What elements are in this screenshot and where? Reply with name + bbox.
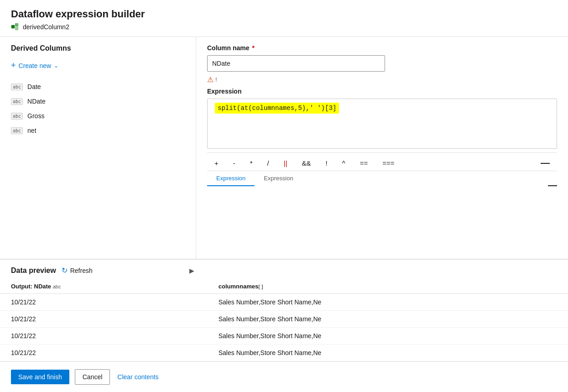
refresh-label: Refresh bbox=[70, 267, 93, 274]
operator-plus[interactable]: + bbox=[207, 157, 226, 169]
refresh-icon: ↻ bbox=[62, 266, 68, 275]
operator-caret[interactable]: ^ bbox=[335, 157, 353, 169]
table-row: 10/21/22 Sales Number,Store Short Name,N… bbox=[0, 328, 568, 345]
operator-multiply[interactable]: * bbox=[243, 157, 260, 169]
svg-rect-2 bbox=[15, 27, 18, 30]
column-name-input[interactable] bbox=[207, 55, 385, 72]
table-header-colnames: columnnames[ ] bbox=[208, 279, 568, 294]
type-badge: abc bbox=[11, 98, 23, 105]
operator-not[interactable]: ! bbox=[318, 157, 335, 169]
table-cell-colnames: Sales Number,Store Short Name,Ne bbox=[208, 311, 568, 328]
expression-editor[interactable]: split(at(columnnames,5),' ')[3] bbox=[207, 99, 557, 149]
type-badge: abc bbox=[11, 84, 23, 90]
tab-expression2[interactable]: Expression bbox=[255, 171, 302, 186]
clear-contents-button[interactable]: Clear contents bbox=[115, 370, 160, 384]
subtitle-text: derivedColumn2 bbox=[23, 23, 69, 31]
required-indicator: * bbox=[250, 44, 255, 52]
type-badge: abc bbox=[11, 127, 23, 134]
node-icon bbox=[11, 23, 19, 31]
refresh-button[interactable]: ↻ Refresh bbox=[62, 266, 93, 275]
operator-strict-eq[interactable]: === bbox=[375, 157, 401, 169]
sidebar-title: Derived Columns bbox=[0, 44, 196, 58]
create-new-label: Create new bbox=[19, 62, 52, 69]
table-cell-colnames: Sales Number,Store Short Name,Ne bbox=[208, 328, 568, 345]
plus-icon: + bbox=[11, 61, 16, 70]
column-name-label: NDate bbox=[27, 98, 46, 105]
table-cell-colnames: Sales Number,Store Short Name,Ne bbox=[208, 345, 568, 361]
list-item[interactable]: abc NDate bbox=[0, 94, 196, 109]
operator-pipe[interactable]: || bbox=[276, 157, 295, 169]
warning-text: ! bbox=[215, 76, 217, 83]
svg-rect-1 bbox=[15, 23, 18, 26]
table-row: 10/21/22 Sales Number,Store Short Name,N… bbox=[0, 294, 568, 311]
list-item[interactable]: abc Gross bbox=[0, 109, 196, 123]
data-preview-title: Data preview bbox=[11, 267, 56, 275]
list-item[interactable]: abc net bbox=[0, 123, 196, 138]
table-cell-ndate: 10/21/22 bbox=[0, 328, 208, 345]
operator-eq[interactable]: == bbox=[353, 157, 375, 169]
underline-decoration bbox=[541, 163, 550, 164]
save-and-finish-button[interactable]: Save and finish bbox=[11, 370, 69, 384]
column-name-label: Date bbox=[27, 83, 41, 90]
table-row: 10/21/22 Sales Number,Store Short Name,N… bbox=[0, 311, 568, 328]
data-table: Output: NDate abc columnnames[ ] 10/21/2… bbox=[0, 279, 568, 361]
table-cell-ndate: 10/21/22 bbox=[0, 345, 208, 361]
chevron-down-icon: ⌄ bbox=[54, 63, 58, 69]
create-new-button[interactable]: + Create new ⌄ bbox=[0, 58, 196, 78]
operator-minus[interactable]: - bbox=[226, 157, 243, 169]
table-cell-ndate: 10/21/22 bbox=[0, 311, 208, 328]
table-row: 10/21/22 Sales Number,Store Short Name,N… bbox=[0, 345, 568, 361]
table-cell-colnames: Sales Number,Store Short Name,Ne bbox=[208, 294, 568, 311]
column-name-label: net bbox=[27, 127, 36, 134]
column-list: abc Date abc NDate abc Gross abc net bbox=[0, 78, 196, 140]
data-preview-header: Data preview ↻ Refresh ▶ bbox=[0, 260, 568, 279]
svg-rect-0 bbox=[11, 25, 15, 28]
operator-toolbar: + - * / || && ! ^ == === bbox=[207, 152, 557, 169]
operator-and[interactable]: && bbox=[295, 157, 318, 169]
table-header-ndate: Output: NDate abc bbox=[0, 279, 208, 294]
data-table-container: Output: NDate abc columnnames[ ] 10/21/2… bbox=[0, 279, 568, 361]
function-tabs: Expression Expression bbox=[207, 171, 557, 186]
footer: Save and finish Cancel Clear contents bbox=[0, 361, 568, 392]
expression-label: Expression bbox=[207, 88, 557, 95]
list-item[interactable]: abc Date bbox=[0, 79, 196, 94]
expression-code: split(at(columnnames,5),' ')[3] bbox=[215, 103, 339, 114]
cursor-indicator: ▶ bbox=[189, 267, 194, 274]
column-name-label: Gross bbox=[27, 112, 44, 120]
cancel-button[interactable]: Cancel bbox=[75, 369, 110, 385]
warning-row: ⚠ ! bbox=[207, 75, 557, 84]
page-title: Dataflow expression builder bbox=[11, 8, 557, 20]
column-name-field-label: Column name * bbox=[207, 44, 557, 52]
tab-underline bbox=[548, 185, 557, 186]
table-cell-ndate: 10/21/22 bbox=[0, 294, 208, 311]
type-badge: abc bbox=[11, 113, 23, 120]
tab-expression[interactable]: Expression bbox=[207, 171, 255, 186]
warning-icon: ⚠ bbox=[207, 75, 214, 84]
operator-divide[interactable]: / bbox=[260, 157, 276, 169]
